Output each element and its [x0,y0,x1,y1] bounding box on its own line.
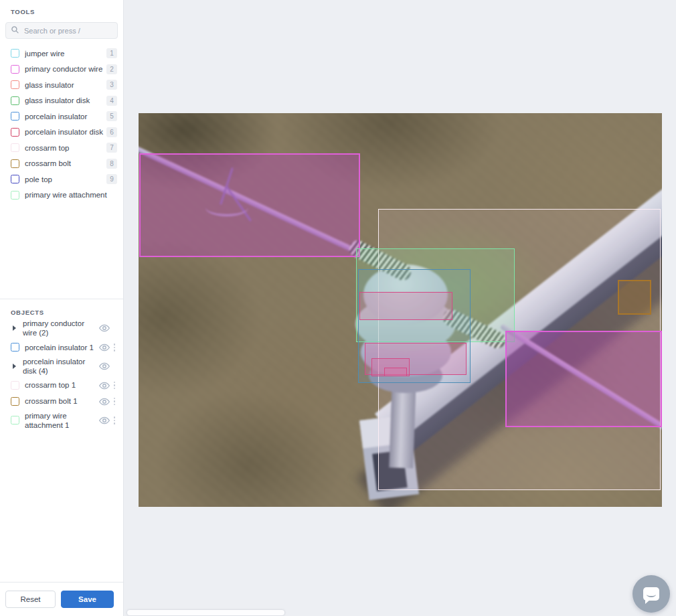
object-row-crossarm-bolt-1[interactable]: crossarm bolt 1 [0,394,123,410]
object-menu-kebab-icon[interactable] [110,380,118,391]
object-color-swatch [11,343,19,352]
objects-header: OBJECTS [0,301,123,317]
bbox-porcelain-insulator-disk-4[interactable] [384,368,407,376]
tool-color-swatch [11,80,19,89]
object-label: porcelain insulator disk (4) [23,357,98,376]
tool-label: crossarm top [25,144,106,152]
object-label: crossarm bolt 1 [25,396,98,406]
search-icon [11,25,19,34]
tool-search [5,22,118,39]
tool-shortcut-badge: 8 [106,159,117,169]
object-row-crossarm-top-1[interactable]: crossarm top 1 [0,378,123,394]
tool-label: glass insulator disk [25,96,106,104]
search-input[interactable] [5,22,118,39]
tool-color-swatch [11,159,19,168]
object-label: porcelain insulator 1 [25,343,98,352]
tool-row-porcelain-insulator-disk[interactable]: porcelain insulator disk6 [0,125,123,141]
tool-label: porcelain insulator disk [25,128,106,136]
tool-row-primary-wire-attachment[interactable]: primary wire attachment [0,187,123,204]
tool-color-swatch [11,175,19,183]
tool-label: porcelain insulator [25,112,106,121]
tool-label: pole top [25,175,106,183]
object-label: primary wire attachment 1 [25,411,98,431]
objects-panel: OBJECTS primary conductor wire (2)porcel… [0,299,123,431]
visibility-eye-icon[interactable] [98,380,110,391]
tool-color-swatch [11,65,19,74]
tool-label: glass insulator [25,81,106,89]
tool-row-jumper-wire[interactable]: jumper wire1 [0,46,123,62]
visibility-eye-icon[interactable] [98,396,110,407]
bbox-crossarm-bolt-1[interactable] [618,280,651,315]
tool-shortcut-badge: 5 [106,111,117,121]
object-label: crossarm top 1 [25,380,98,390]
expand-arrow-icon[interactable] [13,325,16,331]
tool-row-porcelain-insulator[interactable]: porcelain insulator5 [0,108,123,125]
chat-bubble-icon [643,587,659,601]
bbox-primary-conductor-wire-2[interactable] [505,331,662,427]
expand-arrow-icon[interactable] [13,364,16,369]
object-label: primary conductor wire (2) [23,319,98,338]
object-row-primary-wire-attachment-1[interactable]: primary wire attachment 1 [0,410,123,432]
tool-row-glass-insulator[interactable]: glass insulator3 [0,77,123,93]
sidebar-footer: Reset Save [0,582,123,616]
object-list: primary conductor wire (2)porcelain insu… [0,317,123,431]
tool-color-swatch [11,191,19,200]
tool-shortcut-badge: 4 [106,96,117,106]
object-row-primary-conductor-wire-2-[interactable]: primary conductor wire (2) [0,317,123,339]
visibility-eye-icon[interactable] [98,342,110,353]
tool-color-swatch [11,49,19,58]
tools-panel: TOOLS jumper wire1primary conductor wire… [0,0,123,299]
tool-color-swatch [11,143,19,152]
bbox-primary-conductor-wire-1[interactable] [139,153,360,257]
tool-row-primary-conductor-wire[interactable]: primary conductor wire2 [0,62,123,78]
object-row-porcelain-insulator-disk-4-[interactable]: porcelain insulator disk (4) [0,356,123,378]
sidebar: TOOLS jumper wire1primary conductor wire… [0,0,124,616]
visibility-eye-icon[interactable] [98,361,110,372]
tool-shortcut-badge: 2 [106,64,117,74]
save-button[interactable]: Save [61,591,114,608]
annotation-layer [139,113,662,507]
tool-label: crossarm bolt [25,159,106,167]
tool-color-swatch [11,96,19,105]
object-menu-kebab-icon[interactable] [110,342,118,353]
tool-row-crossarm-top[interactable]: crossarm top7 [0,140,123,156]
tool-list: jumper wire1primary conductor wire2glass… [0,46,123,203]
tool-row-crossarm-bolt[interactable]: crossarm bolt8 [0,156,123,172]
visibility-eye-icon[interactable] [98,323,110,333]
visibility-eye-icon[interactable] [98,415,110,426]
tool-shortcut-badge: 6 [106,127,117,137]
bbox-porcelain-insulator-disk-1[interactable] [359,292,452,320]
tool-shortcut-badge: 7 [106,143,117,153]
tool-shortcut-badge: 3 [106,80,117,90]
tool-shortcut-badge: 1 [106,48,117,58]
tool-color-swatch [11,128,19,137]
tool-row-pole-top[interactable]: pole top9 [0,171,123,187]
tool-shortcut-badge: 9 [106,174,117,184]
object-color-swatch [11,416,19,425]
object-color-swatch [11,397,19,406]
image-canvas[interactable] [139,113,662,507]
horizontal-scrollbar[interactable] [127,610,284,615]
reset-button[interactable]: Reset [5,591,56,608]
object-menu-kebab-icon[interactable] [110,415,118,426]
tool-color-swatch [11,112,19,121]
object-menu-kebab-icon[interactable] [110,396,118,407]
tool-label: primary wire attachment [25,191,117,199]
object-color-swatch [11,381,19,390]
tools-header: TOOLS [0,0,123,17]
object-row-porcelain-insulator-1[interactable]: porcelain insulator 1 [0,339,123,356]
tool-row-glass-insulator-disk[interactable]: glass insulator disk4 [0,93,123,109]
tool-label: jumper wire [25,50,106,58]
tool-label: primary conductor wire [25,65,106,73]
chat-launcher-button[interactable] [632,575,670,613]
